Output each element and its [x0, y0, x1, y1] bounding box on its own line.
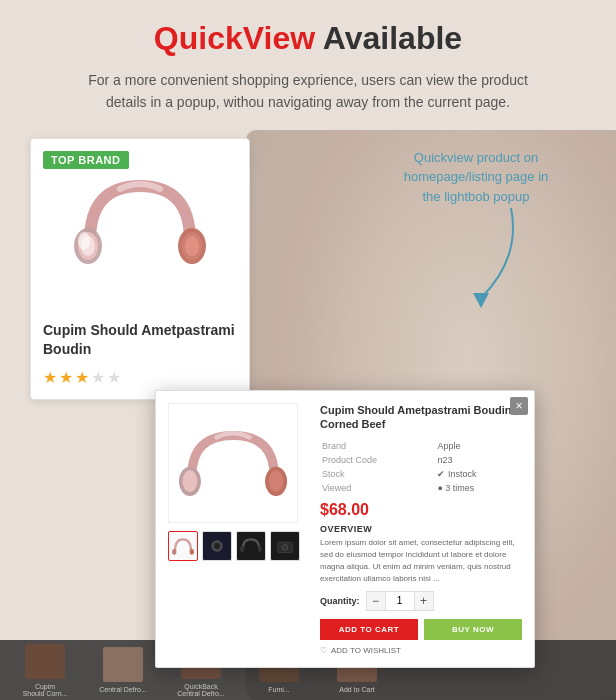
top-brand-badge: TOP BRAND: [43, 151, 129, 169]
bar-item-2: Central Defro...: [88, 647, 158, 693]
product-name: Cupim Should Ametpastrami Boudin: [43, 321, 237, 360]
svg-marker-7: [473, 293, 489, 308]
bar-item-text-4: Fumi...: [268, 686, 289, 693]
quantity-label: Quantity:: [320, 596, 360, 606]
quantity-decrease-button[interactable]: −: [366, 591, 386, 611]
detail-label-brand: Brand: [322, 440, 435, 452]
svg-point-11: [269, 470, 284, 492]
main-content: QuickView Available For a more convenien…: [0, 0, 616, 418]
star-4: ★: [91, 368, 105, 387]
modal-description: Lorem ipsum dolor sit amet, consectetur …: [320, 537, 522, 585]
svg-point-17: [258, 546, 262, 552]
add-to-cart-button[interactable]: ADD TO CART: [320, 619, 418, 640]
page-title: QuickView Available: [30, 20, 586, 57]
detail-row-viewed: Viewed ● 3 times: [322, 482, 520, 494]
add-to-wishlist-button[interactable]: ♡ ADD TO WISHLIST: [320, 646, 401, 655]
modal-left: [168, 403, 308, 655]
buy-now-button[interactable]: BUY NOW: [424, 619, 522, 640]
detail-value-viewed: ● 3 times: [437, 482, 520, 494]
detail-label-stock: Stock: [322, 468, 435, 480]
modal-product-title: Cupim Should Ametpastrami Boudin Corned …: [320, 403, 522, 432]
title-highlight: QuickView: [154, 20, 315, 56]
detail-label-viewed: Viewed: [322, 482, 435, 494]
page-container: QuickView Available For a more convenien…: [0, 0, 616, 700]
quantity-row: Quantity: − +: [320, 591, 522, 611]
svg-point-9: [183, 470, 198, 492]
modal-thumbnails: [168, 531, 308, 561]
svg-point-6: [78, 232, 90, 250]
bar-item-img-2: [103, 647, 143, 682]
star-2: ★: [59, 368, 73, 387]
detail-value-code: n23: [437, 454, 520, 466]
annotation-area: TOP BRAND: [30, 138, 586, 398]
svg-point-5: [185, 236, 199, 256]
svg-point-19: [282, 545, 288, 551]
detail-label-code: Product Code: [322, 454, 435, 466]
bar-item-text-3: QuickBackCentral Defro...: [177, 683, 224, 697]
modal-section-title: OVERVIEW: [320, 524, 522, 534]
svg-point-12: [172, 549, 176, 555]
detail-row-code: Product Code n23: [322, 454, 520, 466]
modal-inner: Cupim Should Ametpastrami Boudin Corned …: [168, 403, 522, 655]
star-3: ★: [75, 368, 89, 387]
svg-point-13: [190, 549, 194, 555]
svg-point-16: [240, 546, 244, 552]
star-5: ★: [107, 368, 121, 387]
wishlist-label: ADD TO WISHLIST: [331, 646, 401, 655]
modal-headphone-icon: [178, 413, 288, 513]
bar-item-text-1: CupimShould Corn...: [23, 683, 68, 697]
thumbnail-2[interactable]: [202, 531, 232, 561]
page-subtitle: For a more convenient shopping exprience…: [68, 69, 548, 114]
product-card: TOP BRAND: [30, 138, 250, 400]
star-1: ★: [43, 368, 57, 387]
star-rating: ★ ★ ★ ★ ★: [43, 368, 237, 387]
modal-close-button[interactable]: ×: [510, 397, 528, 415]
quantity-input[interactable]: [386, 591, 414, 611]
bar-item-text-2: Central Defro...: [99, 686, 146, 693]
detail-row-stock: Stock ✔ Instock: [322, 468, 520, 480]
product-image: [43, 151, 237, 311]
thumbnail-3[interactable]: [236, 531, 266, 561]
bar-item-text-5: Add to Cart: [339, 686, 374, 693]
thumbnail-1[interactable]: [168, 531, 198, 561]
quantity-increase-button[interactable]: +: [414, 591, 434, 611]
modal-right: Cupim Should Ametpastrami Boudin Corned …: [320, 403, 522, 655]
modal-price: $68.00: [320, 501, 522, 519]
quickview-modal: ×: [155, 390, 535, 668]
detail-value-brand: Apple: [437, 440, 520, 452]
svg-rect-15: [214, 543, 220, 549]
bar-item-img-1: [25, 644, 65, 679]
modal-buttons: ADD TO CART BUY NOW: [320, 619, 522, 640]
detail-value-stock: ✔ Instock: [437, 468, 520, 480]
modal-main-image: [168, 403, 298, 523]
thumbnail-4[interactable]: [270, 531, 300, 561]
heart-icon: ♡: [320, 646, 327, 655]
callout-arrow: [431, 198, 531, 318]
detail-row-brand: Brand Apple: [322, 440, 520, 452]
bar-item-1: CupimShould Corn...: [10, 644, 80, 697]
headphone-icon: [70, 161, 210, 301]
modal-details-table: Brand Apple Product Code n23 Stock ✔ Ins…: [320, 438, 522, 496]
